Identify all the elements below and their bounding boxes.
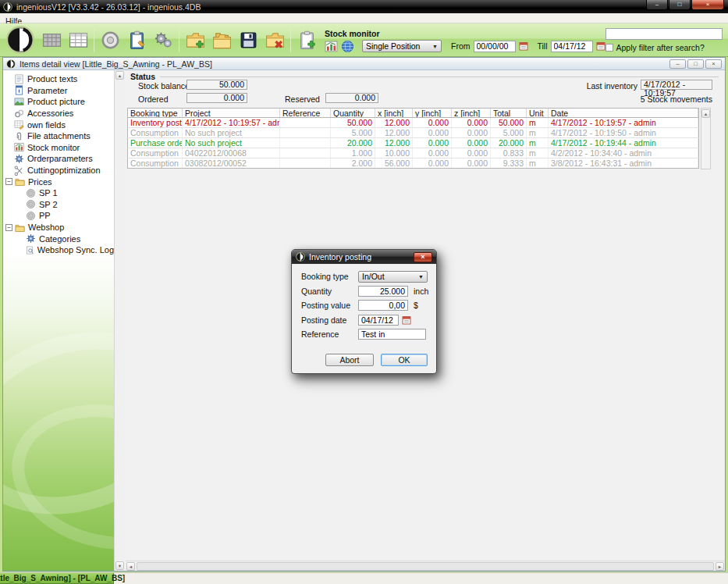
- sidebar-item-sp-2[interactable]: SP 2: [3, 199, 114, 211]
- table-row[interactable]: Consumption04022012/000681.00010.0000.00…: [127, 148, 699, 158]
- table-cell: 5.000: [331, 128, 375, 137]
- app-window: ingeniousV12 [V3.3.42 - 26.03.12] - inge…: [0, 0, 728, 584]
- scroll-up-button[interactable]: ▲: [115, 71, 124, 80]
- table-cell: 03082012/00052: [183, 158, 280, 168]
- stock-chart-icon[interactable]: [325, 40, 338, 53]
- posting-value-input[interactable]: [358, 300, 408, 311]
- calendar-icon[interactable]: [596, 41, 605, 51]
- window-controls: – □ ×: [646, 0, 724, 10]
- column-header-total[interactable]: Total: [491, 109, 527, 117]
- sidebar-item-sp-1[interactable]: SP 1: [3, 187, 114, 199]
- sidebar-item-product-picture[interactable]: Product picture: [3, 96, 114, 108]
- calendar-icon[interactable]: [402, 315, 411, 325]
- list-view-button[interactable]: [65, 27, 91, 53]
- column-header-x-inch[interactable]: x [inch]: [375, 109, 413, 117]
- save-record-button[interactable]: [235, 27, 261, 53]
- column-header-y-inch[interactable]: y [inch]: [413, 109, 452, 117]
- sidebar-item-own-fields[interactable]: own fields: [3, 119, 114, 130]
- field-label: Posting value: [301, 301, 358, 310]
- sidebar-item-webshop-sync-log[interactable]: Webshop Sync. Log: [3, 244, 114, 256]
- column-header-booking-type[interactable]: Booking type: [128, 109, 183, 117]
- column-header-z-inch[interactable]: z [inch]: [452, 109, 491, 117]
- abort-button[interactable]: Abort: [325, 354, 374, 366]
- sidebar-item-accessories[interactable]: Accessories: [3, 108, 114, 119]
- reference-input[interactable]: [358, 329, 426, 340]
- sidebar-item-prices[interactable]: −Prices: [3, 176, 114, 187]
- table-scrollbar[interactable]: ▲: [701, 108, 711, 169]
- globe-icon[interactable]: [341, 40, 354, 53]
- sidebar-item-product-texts[interactable]: Product texts: [3, 73, 114, 85]
- table-row[interactable]: Purchase orderNo such project20.00012.00…: [127, 138, 699, 148]
- column-header-unit[interactable]: Unit: [527, 109, 549, 117]
- sidebar-item-label: Product picture: [27, 97, 85, 106]
- scroll-down-button[interactable]: ▼: [115, 561, 124, 570]
- scrollbar-thumb[interactable]: [137, 562, 714, 571]
- minimize-button[interactable]: –: [646, 0, 668, 10]
- sidebar-item-pp[interactable]: PP: [3, 210, 114, 222]
- dialog-titlebar[interactable]: Inventory posting ×: [292, 250, 436, 264]
- till-date-input[interactable]: [551, 41, 593, 52]
- column-header-reference[interactable]: Reference: [280, 109, 331, 117]
- ok-button[interactable]: OK: [381, 354, 428, 366]
- column-header-project[interactable]: Project: [183, 109, 280, 117]
- sidebar-item-label: Orderparameters: [27, 154, 93, 163]
- table-cell: 0.000: [452, 148, 491, 158]
- quantity-input[interactable]: [358, 286, 408, 297]
- table-row[interactable]: Consumption03082012/000522.00056.0000.00…: [127, 158, 699, 169]
- table-cell: m: [527, 148, 549, 158]
- dialog-field-row: Reference: [292, 327, 436, 342]
- table-cell: 4/2/2012 - 10:34:40 - admin: [549, 148, 698, 158]
- settings-button[interactable]: [150, 27, 176, 53]
- sidebar-item-stock-monitor[interactable]: Stock monitor: [3, 142, 114, 154]
- close-button[interactable]: ×: [691, 0, 724, 10]
- dialog-close-button[interactable]: ×: [414, 252, 432, 262]
- logo-icon: [5, 25, 35, 55]
- app-logo-button[interactable]: [2, 23, 38, 56]
- table-cell: 4/17/2012 - 10:19:57 - admin: [549, 118, 698, 127]
- sidebar-scrollbar[interactable]: ▲ ▼: [114, 70, 125, 571]
- position-select[interactable]: Single Position ▼: [362, 40, 442, 52]
- grid-view-button[interactable]: [38, 27, 65, 53]
- collapse-expander-icon[interactable]: −: [5, 178, 12, 185]
- scroll-up-button[interactable]: ▲: [701, 109, 710, 118]
- new-record-button[interactable]: [182, 27, 208, 53]
- table-row[interactable]: ConsumptionNo such project5.00012.0000.0…: [127, 128, 699, 138]
- mdi-titlebar[interactable]: Items detail view [Little_Big_S_Awning -…: [3, 58, 725, 70]
- column-header-date[interactable]: Date: [549, 109, 698, 117]
- mdi-maximize-button[interactable]: □: [687, 59, 704, 69]
- sidebar-item-file-attachments[interactable]: File attachments: [3, 130, 114, 142]
- posting-date-input[interactable]: [358, 315, 399, 326]
- apply-filter-checkbox[interactable]: Apply filter after search?: [605, 43, 705, 52]
- column-header-quantity[interactable]: Quantity: [331, 109, 375, 117]
- delete-record-button[interactable]: [261, 27, 288, 53]
- maximize-button[interactable]: □: [669, 0, 691, 10]
- from-date-input[interactable]: [474, 41, 516, 52]
- collapse-expander-icon[interactable]: −: [5, 224, 12, 231]
- table-row[interactable]: Inventory posting4/17/2012 - 10:19:57 - …: [127, 118, 699, 128]
- dialog-fields: Booking typeIn/Out▼QuantityinchPosting v…: [292, 269, 436, 342]
- mdi-window-controls: – □ ×: [669, 59, 722, 69]
- sidebar-item-parameter[interactable]: Parameter: [3, 85, 114, 97]
- picture-icon: [14, 97, 24, 107]
- booking-type-select[interactable]: In/Out▼: [358, 271, 428, 283]
- active-item-tab[interactable]: [Little_Big_S_Awning] - [PL_AW_BS]: [0, 573, 114, 584]
- sidebar-item-categories[interactable]: Categories: [3, 233, 114, 244]
- edit-record-button[interactable]: [123, 27, 150, 53]
- new-posting-button[interactable]: [293, 27, 320, 53]
- calendar-icon[interactable]: [519, 41, 528, 51]
- mdi-minimize-button[interactable]: –: [669, 59, 686, 69]
- history-button[interactable]: [97, 27, 123, 53]
- scroll-left-button[interactable]: ◄: [126, 562, 135, 571]
- table-cell: 0.000: [452, 128, 491, 137]
- mdi-close-button[interactable]: ×: [705, 59, 722, 69]
- checkbox-icon: [605, 44, 613, 52]
- duplicate-record-button[interactable]: [208, 27, 235, 53]
- sidebar-item-webshop[interactable]: −Webshop: [3, 222, 114, 233]
- sidebar-item-orderparameters[interactable]: Orderparameters: [3, 153, 114, 165]
- table-cell: Consumption: [128, 158, 183, 168]
- search-input[interactable]: [605, 28, 723, 40]
- sidebar-item-cuttingoptimization[interactable]: Cuttingoptimization: [3, 165, 114, 176]
- horizontal-scrollbar[interactable]: ◄ ►: [126, 561, 725, 571]
- scroll-right-button[interactable]: ►: [716, 562, 724, 571]
- folder-icon: [15, 176, 25, 187]
